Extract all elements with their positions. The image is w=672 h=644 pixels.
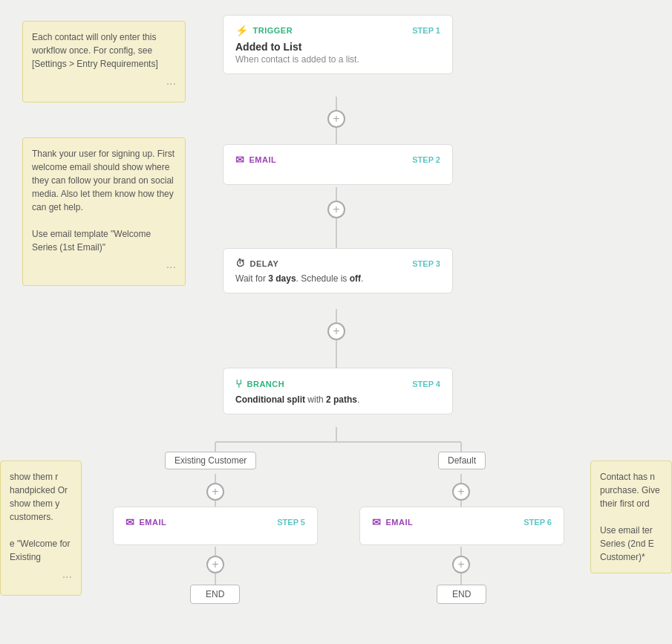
email2-step-label: STEP 2	[412, 155, 440, 164]
add-btn-left[interactable]: +	[206, 483, 224, 501]
add-btn-right-2[interactable]: +	[452, 556, 470, 573]
branch-type-label: BRANCH	[247, 380, 285, 388]
add-btn-1[interactable]: +	[327, 110, 345, 128]
email5-type-label: EMAIL	[140, 518, 167, 527]
delay-type-label: DELAY	[250, 259, 279, 268]
workflow-canvas: Each contact will only enter this workfl…	[0, 0, 672, 644]
add-btn-left-2[interactable]: +	[206, 556, 224, 573]
delay-schedule: off	[350, 273, 361, 284]
trigger-card[interactable]: ⚡ TRIGGER STEP 1 Added to List When cont…	[223, 15, 453, 74]
connector-1: +	[327, 97, 345, 141]
note-top-text: Each contact will only enter this workfl…	[32, 32, 158, 69]
trigger-title: Added to List	[235, 41, 440, 53]
note-bottom-left-text: show them r handpicked Or show them y cu…	[10, 472, 70, 562]
delay-step-label: STEP 3	[412, 259, 440, 268]
note-bottom-right: Contact has n purchase. Give their first…	[590, 461, 672, 573]
trigger-type-label: TRIGGER	[253, 26, 293, 35]
connector-3: +	[327, 309, 345, 354]
branch-card[interactable]: ⑂ BRANCH STEP 4 Conditional split with 2…	[223, 368, 453, 414]
add-btn-3[interactable]: +	[327, 322, 345, 340]
branch-paths: 2 paths	[326, 394, 357, 405]
branch-icon: ⑂	[235, 377, 243, 390]
connector-right-add: +	[452, 483, 470, 508]
end-btn-left[interactable]: END	[190, 585, 240, 604]
delay-icon: ⏱	[235, 258, 246, 269]
note-bottom-left-menu[interactable]: ···	[10, 568, 72, 586]
email6-icon: ✉	[372, 516, 382, 528]
note-top: Each contact will only enter this workfl…	[22, 21, 186, 103]
connector-2: +	[327, 187, 345, 232]
email6-step-label: STEP 6	[523, 518, 552, 527]
note-mid-menu[interactable]: ···	[32, 258, 176, 276]
branch-body: Conditional split with 2 paths.	[235, 394, 440, 405]
delay-card[interactable]: ⏱ DELAY STEP 3 Wait for 3 days. Schedule…	[223, 248, 453, 293]
delay-body: Wait for 3 days. Schedule is off.	[235, 273, 440, 284]
email6-type-label: EMAIL	[386, 518, 414, 527]
connector-right-add2: +	[452, 556, 470, 584]
email-step5-card[interactable]: ✉ EMAIL STEP 5	[113, 507, 318, 545]
email5-step-label: STEP 5	[277, 518, 305, 527]
branch-label-default[interactable]: Default	[438, 452, 486, 469]
email5-icon: ✉	[125, 516, 135, 528]
note-bottom-right-text: Contact has n purchase. Give their first…	[600, 472, 660, 562]
branch-body-text: Conditional split	[235, 394, 305, 405]
connector-left-add: +	[206, 483, 224, 508]
add-btn-2[interactable]: +	[327, 201, 345, 218]
delay-days: 3 days	[268, 273, 296, 284]
note-mid-text: Thank your user for signing up. First we…	[32, 149, 174, 253]
branch-label-existing[interactable]: Existing Customer	[165, 452, 256, 469]
end-btn-right[interactable]: END	[437, 585, 486, 604]
email2-icon: ✉	[235, 154, 245, 166]
trigger-step-label: STEP 1	[412, 26, 440, 35]
email2-type-label: EMAIL	[249, 155, 277, 164]
note-mid: Thank your user for signing up. First we…	[22, 137, 186, 286]
connector-left-add2: +	[206, 556, 224, 584]
email-step6-card[interactable]: ✉ EMAIL STEP 6	[359, 507, 564, 545]
note-top-menu[interactable]: ···	[32, 75, 176, 93]
trigger-subtitle: When contact is added to a list.	[235, 54, 440, 65]
add-btn-right[interactable]: +	[452, 483, 470, 501]
note-bottom-left: show them r handpicked Or show them y cu…	[0, 461, 82, 596]
email-step2-card[interactable]: ✉ EMAIL STEP 2	[223, 144, 453, 185]
branch-step-label: STEP 4	[412, 380, 440, 388]
trigger-icon: ⚡	[235, 25, 249, 36]
